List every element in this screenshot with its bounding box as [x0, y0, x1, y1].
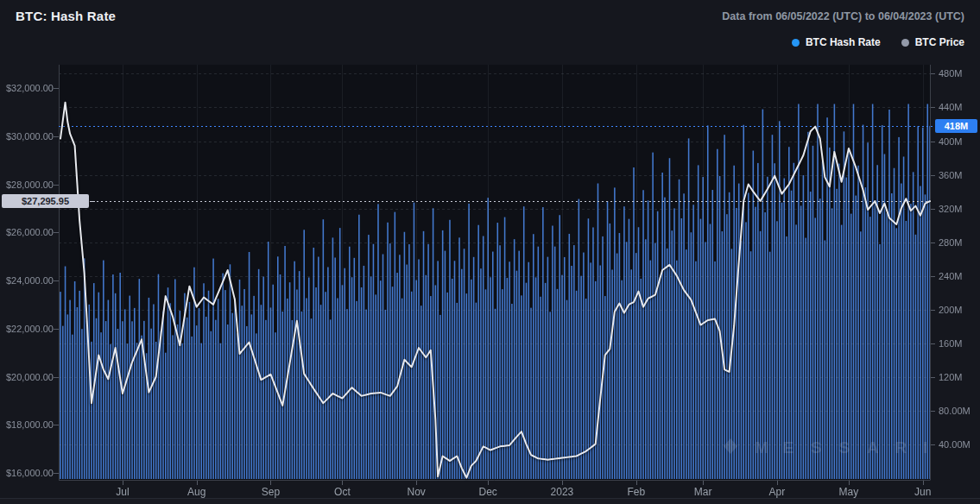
- hash-axis-tick: 80.00M: [939, 406, 971, 416]
- price-axis-tick: $20,000.00: [2, 372, 54, 382]
- time-axis-tick: 2023: [551, 486, 574, 498]
- time-axis-tick: Aug: [187, 486, 205, 498]
- hash-axis-tick: 160M: [939, 338, 963, 349]
- price-axis-tick: $16,000.00: [2, 468, 54, 478]
- hash-axis-tick: 480M: [939, 68, 963, 79]
- time-axis-tick: Apr: [769, 486, 786, 498]
- price-axis-tick: $22,000.00: [2, 324, 54, 334]
- time-axis-tick: Mar: [694, 486, 712, 498]
- price-axis-tick: $24,000.00: [2, 275, 54, 286]
- current-hash-badge: 418M: [935, 119, 977, 133]
- time-axis-tick: Nov: [408, 486, 426, 498]
- hash-axis-tick: 120M: [939, 372, 963, 382]
- footer-divider: [0, 498, 980, 504]
- chart-panel: BTC: Hash Rate Data from 06/05/2022 (UTC…: [0, 0, 980, 504]
- time-axis-tick: Jun: [914, 486, 931, 498]
- hash-axis-tick: 40.00M: [939, 439, 971, 450]
- price-axis-tick: $18,000.00: [2, 419, 54, 430]
- price-axis-tick: $30,000.00: [2, 131, 54, 142]
- current-price-badge: $27,295.95: [2, 194, 89, 208]
- time-axis-tick: Feb: [627, 486, 645, 498]
- hash-axis-tick: 440M: [939, 102, 963, 112]
- price-axis-tick: $32,000.00: [2, 83, 54, 93]
- hash-axis-tick: 320M: [939, 204, 963, 214]
- hash-axis-tick: 280M: [939, 237, 963, 248]
- time-axis-tick: Sep: [262, 486, 280, 498]
- hash-axis-tick: 360M: [939, 170, 963, 180]
- hash-axis-tick: 240M: [939, 271, 963, 281]
- time-axis-tick: Jul: [116, 486, 129, 498]
- hash-axis-tick: 200M: [939, 305, 963, 315]
- price-axis-tick: $26,000.00: [2, 227, 54, 237]
- time-axis-tick: May: [839, 486, 859, 498]
- time-axis-tick: Dec: [479, 486, 497, 498]
- hash-axis-tick: 400M: [939, 136, 963, 147]
- chart-canvas[interactable]: [0, 0, 980, 504]
- price-axis-tick: $28,000.00: [2, 180, 54, 190]
- time-axis-tick: Oct: [334, 486, 351, 498]
